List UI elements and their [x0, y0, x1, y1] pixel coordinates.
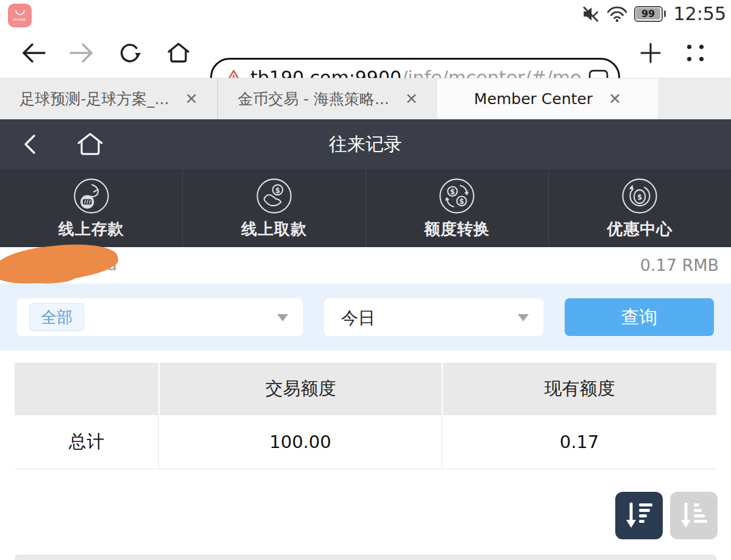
appgallery-floating-icon[interactable]: HUAWEI: [8, 4, 32, 27]
sort-amount-asc-icon: [677, 499, 711, 533]
table-row-total: 总计 100.00 0.17: [15, 415, 716, 469]
sort-descending-button[interactable]: [615, 492, 663, 539]
orange-scribble-redaction: [0, 239, 119, 287]
new-tab-button[interactable]: [640, 42, 662, 64]
svg-text:$: $: [637, 192, 642, 201]
forward-button[interactable]: [68, 41, 95, 65]
total-label: 总计: [15, 415, 158, 469]
svg-text:$: $: [459, 197, 464, 205]
menu-item-label: 线上取款: [241, 219, 307, 240]
refresh-icon: [117, 41, 141, 65]
battery-indicator: 99: [634, 6, 663, 22]
svg-text:$: $: [275, 186, 280, 194]
tab-coin-trade[interactable]: 金币交易 - 海燕策略... ✕: [217, 79, 437, 119]
tab-title: 足球预测-足球方案_...: [19, 89, 169, 109]
account-row: a 0.17 RMB: [0, 247, 731, 284]
mute-icon: [582, 5, 600, 23]
tab-bar-filler: [658, 79, 731, 119]
close-icon[interactable]: ✕: [185, 90, 198, 108]
chevron-down-icon: [277, 314, 288, 321]
deposit-icon: [72, 177, 110, 215]
menu-item-label: 优惠中心: [607, 219, 673, 240]
header-cell-transaction-amount: 交易额度: [158, 363, 442, 415]
promo-icon: $: [621, 177, 659, 215]
clock: 12:55: [674, 3, 726, 24]
date-select-value: 今日: [341, 307, 375, 330]
sort-amount-desc-icon: [622, 499, 656, 533]
status-bar: HUAWEI 99 12:55: [0, 0, 731, 27]
close-icon[interactable]: ✕: [405, 90, 418, 108]
plus-icon: [640, 42, 662, 64]
tab-member-center-active[interactable]: Member Center ✕: [437, 79, 658, 119]
chevron-down-icon: [518, 314, 529, 321]
header-cell-empty: [15, 363, 158, 415]
appgallery-label: HUAWEI: [13, 18, 27, 21]
bag-handle-icon: [14, 10, 26, 17]
home-icon: [166, 41, 191, 65]
menu-item-quota-transfer[interactable]: $ $ 额度转换: [366, 169, 548, 247]
table-header-row: 交易额度 现有额度: [15, 363, 716, 415]
tab-football-predictions[interactable]: 足球预测-足球方案_... ✕: [0, 79, 217, 119]
back-button[interactable]: [20, 41, 47, 65]
tabs-menu-button[interactable]: [687, 44, 704, 61]
browser-toolbar: tb190.com:9900/infe/mcenter/#/mo: [0, 27, 731, 78]
menu-item-label: 额度转换: [424, 219, 490, 240]
svg-text:$: $: [450, 187, 455, 195]
dots-grid-icon: [687, 44, 704, 61]
balance-text: 0.17 RMB: [640, 256, 719, 275]
next-table-peek: [15, 555, 716, 560]
main-content: 交易额度 现有额度 总计 100.00 0.17: [0, 351, 731, 560]
quick-menu: 线上存款 $ 线上取款 $ $ 额度转换: [0, 169, 731, 247]
menu-item-online-withdraw[interactable]: $ 线上取款: [182, 169, 365, 247]
type-chip: 全部: [29, 303, 84, 331]
back-arrow-icon: [20, 41, 47, 65]
query-button[interactable]: 查询: [565, 298, 714, 336]
forward-arrow-icon: [68, 41, 95, 65]
browser-home-button[interactable]: [166, 41, 191, 65]
tab-bar: 足球预测-足球方案_... ✕ 金币交易 - 海燕策略... ✕ Member …: [0, 78, 731, 119]
withdraw-icon: $: [255, 177, 293, 215]
filter-bar: 全部 今日 查询: [0, 284, 731, 351]
date-select[interactable]: 今日: [324, 298, 543, 336]
phone-screen: HUAWEI 99 12:55: [0, 0, 731, 560]
page-header: 往来记录: [0, 119, 731, 169]
transfer-icon: $ $: [438, 177, 476, 215]
type-select[interactable]: 全部: [17, 298, 303, 336]
battery-percent: 99: [636, 8, 660, 19]
status-icons: 99 12:55: [582, 0, 726, 27]
close-icon[interactable]: ✕: [609, 90, 621, 108]
header-cell-current-amount: 现有额度: [442, 363, 716, 415]
menu-item-promo-center[interactable]: $ 优惠中心: [548, 169, 731, 247]
refresh-button[interactable]: [117, 41, 141, 65]
page-title: 往来记录: [0, 132, 731, 157]
menu-item-online-deposit[interactable]: 线上存款: [0, 169, 182, 247]
summary-table: 交易额度 现有额度 总计 100.00 0.17: [15, 363, 716, 469]
sort-ascending-button[interactable]: [670, 492, 718, 539]
menu-item-label: 线上存款: [58, 219, 124, 240]
tab-title: 金币交易 - 海燕策略...: [238, 89, 389, 109]
tab-title: Member Center: [474, 90, 593, 108]
total-current-amount: 0.17: [442, 415, 716, 469]
wifi-icon: [606, 5, 628, 23]
total-transaction-amount: 100.00: [158, 415, 442, 469]
